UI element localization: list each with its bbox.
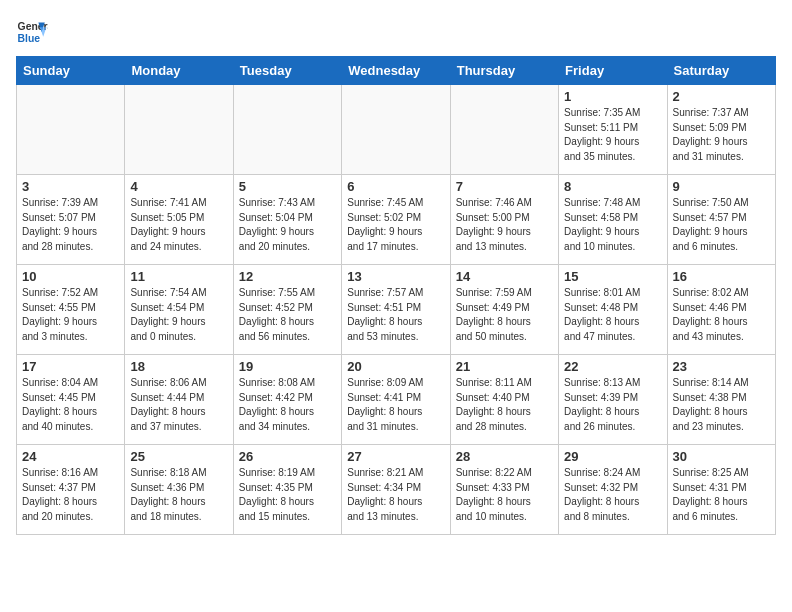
weekday-header-friday: Friday — [559, 57, 667, 85]
day-cell: 24Sunrise: 8:16 AM Sunset: 4:37 PM Dayli… — [17, 445, 125, 535]
weekday-header-row: SundayMondayTuesdayWednesdayThursdayFrid… — [17, 57, 776, 85]
day-number: 19 — [239, 359, 336, 374]
day-number: 10 — [22, 269, 119, 284]
day-number: 3 — [22, 179, 119, 194]
day-info: Sunrise: 8:22 AM Sunset: 4:33 PM Dayligh… — [456, 466, 553, 524]
day-info: Sunrise: 7:50 AM Sunset: 4:57 PM Dayligh… — [673, 196, 770, 254]
day-cell: 6Sunrise: 7:45 AM Sunset: 5:02 PM Daylig… — [342, 175, 450, 265]
day-number: 25 — [130, 449, 227, 464]
weekday-header-monday: Monday — [125, 57, 233, 85]
day-number: 21 — [456, 359, 553, 374]
day-cell: 29Sunrise: 8:24 AM Sunset: 4:32 PM Dayli… — [559, 445, 667, 535]
day-number: 30 — [673, 449, 770, 464]
day-info: Sunrise: 8:02 AM Sunset: 4:46 PM Dayligh… — [673, 286, 770, 344]
day-info: Sunrise: 8:25 AM Sunset: 4:31 PM Dayligh… — [673, 466, 770, 524]
day-cell: 25Sunrise: 8:18 AM Sunset: 4:36 PM Dayli… — [125, 445, 233, 535]
day-cell: 30Sunrise: 8:25 AM Sunset: 4:31 PM Dayli… — [667, 445, 775, 535]
day-cell: 18Sunrise: 8:06 AM Sunset: 4:44 PM Dayli… — [125, 355, 233, 445]
day-info: Sunrise: 7:57 AM Sunset: 4:51 PM Dayligh… — [347, 286, 444, 344]
day-number: 13 — [347, 269, 444, 284]
day-info: Sunrise: 8:09 AM Sunset: 4:41 PM Dayligh… — [347, 376, 444, 434]
week-row-3: 10Sunrise: 7:52 AM Sunset: 4:55 PM Dayli… — [17, 265, 776, 355]
day-number: 28 — [456, 449, 553, 464]
day-cell: 16Sunrise: 8:02 AM Sunset: 4:46 PM Dayli… — [667, 265, 775, 355]
day-cell: 21Sunrise: 8:11 AM Sunset: 4:40 PM Dayli… — [450, 355, 558, 445]
day-cell — [125, 85, 233, 175]
day-number: 26 — [239, 449, 336, 464]
day-number: 11 — [130, 269, 227, 284]
week-row-1: 1Sunrise: 7:35 AM Sunset: 5:11 PM Daylig… — [17, 85, 776, 175]
day-info: Sunrise: 8:14 AM Sunset: 4:38 PM Dayligh… — [673, 376, 770, 434]
day-cell: 12Sunrise: 7:55 AM Sunset: 4:52 PM Dayli… — [233, 265, 341, 355]
day-info: Sunrise: 7:48 AM Sunset: 4:58 PM Dayligh… — [564, 196, 661, 254]
day-info: Sunrise: 7:39 AM Sunset: 5:07 PM Dayligh… — [22, 196, 119, 254]
day-number: 27 — [347, 449, 444, 464]
day-number: 17 — [22, 359, 119, 374]
day-cell: 20Sunrise: 8:09 AM Sunset: 4:41 PM Dayli… — [342, 355, 450, 445]
day-number: 24 — [22, 449, 119, 464]
day-cell: 1Sunrise: 7:35 AM Sunset: 5:11 PM Daylig… — [559, 85, 667, 175]
day-cell: 9Sunrise: 7:50 AM Sunset: 4:57 PM Daylig… — [667, 175, 775, 265]
weekday-header-thursday: Thursday — [450, 57, 558, 85]
day-info: Sunrise: 7:43 AM Sunset: 5:04 PM Dayligh… — [239, 196, 336, 254]
day-cell: 14Sunrise: 7:59 AM Sunset: 4:49 PM Dayli… — [450, 265, 558, 355]
day-cell — [342, 85, 450, 175]
day-info: Sunrise: 8:19 AM Sunset: 4:35 PM Dayligh… — [239, 466, 336, 524]
svg-text:Blue: Blue — [18, 33, 41, 44]
day-info: Sunrise: 7:59 AM Sunset: 4:49 PM Dayligh… — [456, 286, 553, 344]
day-number: 20 — [347, 359, 444, 374]
day-number: 5 — [239, 179, 336, 194]
week-row-4: 17Sunrise: 8:04 AM Sunset: 4:45 PM Dayli… — [17, 355, 776, 445]
day-info: Sunrise: 8:18 AM Sunset: 4:36 PM Dayligh… — [130, 466, 227, 524]
day-cell — [233, 85, 341, 175]
day-info: Sunrise: 7:37 AM Sunset: 5:09 PM Dayligh… — [673, 106, 770, 164]
day-cell: 8Sunrise: 7:48 AM Sunset: 4:58 PM Daylig… — [559, 175, 667, 265]
day-cell: 7Sunrise: 7:46 AM Sunset: 5:00 PM Daylig… — [450, 175, 558, 265]
day-info: Sunrise: 7:46 AM Sunset: 5:00 PM Dayligh… — [456, 196, 553, 254]
day-cell: 17Sunrise: 8:04 AM Sunset: 4:45 PM Dayli… — [17, 355, 125, 445]
day-number: 6 — [347, 179, 444, 194]
day-number: 15 — [564, 269, 661, 284]
day-cell: 28Sunrise: 8:22 AM Sunset: 4:33 PM Dayli… — [450, 445, 558, 535]
day-info: Sunrise: 8:08 AM Sunset: 4:42 PM Dayligh… — [239, 376, 336, 434]
day-info: Sunrise: 8:11 AM Sunset: 4:40 PM Dayligh… — [456, 376, 553, 434]
weekday-header-sunday: Sunday — [17, 57, 125, 85]
day-info: Sunrise: 7:45 AM Sunset: 5:02 PM Dayligh… — [347, 196, 444, 254]
day-number: 7 — [456, 179, 553, 194]
day-number: 18 — [130, 359, 227, 374]
day-number: 22 — [564, 359, 661, 374]
week-row-5: 24Sunrise: 8:16 AM Sunset: 4:37 PM Dayli… — [17, 445, 776, 535]
day-cell: 19Sunrise: 8:08 AM Sunset: 4:42 PM Dayli… — [233, 355, 341, 445]
day-info: Sunrise: 7:55 AM Sunset: 4:52 PM Dayligh… — [239, 286, 336, 344]
day-cell: 3Sunrise: 7:39 AM Sunset: 5:07 PM Daylig… — [17, 175, 125, 265]
weekday-header-saturday: Saturday — [667, 57, 775, 85]
day-info: Sunrise: 7:41 AM Sunset: 5:05 PM Dayligh… — [130, 196, 227, 254]
day-cell: 13Sunrise: 7:57 AM Sunset: 4:51 PM Dayli… — [342, 265, 450, 355]
day-info: Sunrise: 8:13 AM Sunset: 4:39 PM Dayligh… — [564, 376, 661, 434]
day-number: 9 — [673, 179, 770, 194]
day-info: Sunrise: 8:04 AM Sunset: 4:45 PM Dayligh… — [22, 376, 119, 434]
day-number: 2 — [673, 89, 770, 104]
logo-icon: General Blue — [16, 16, 48, 48]
day-cell — [17, 85, 125, 175]
week-row-2: 3Sunrise: 7:39 AM Sunset: 5:07 PM Daylig… — [17, 175, 776, 265]
day-cell — [450, 85, 558, 175]
day-info: Sunrise: 8:16 AM Sunset: 4:37 PM Dayligh… — [22, 466, 119, 524]
day-cell: 2Sunrise: 7:37 AM Sunset: 5:09 PM Daylig… — [667, 85, 775, 175]
day-number: 23 — [673, 359, 770, 374]
day-cell: 23Sunrise: 8:14 AM Sunset: 4:38 PM Dayli… — [667, 355, 775, 445]
day-cell: 4Sunrise: 7:41 AM Sunset: 5:05 PM Daylig… — [125, 175, 233, 265]
day-info: Sunrise: 8:24 AM Sunset: 4:32 PM Dayligh… — [564, 466, 661, 524]
day-info: Sunrise: 8:06 AM Sunset: 4:44 PM Dayligh… — [130, 376, 227, 434]
day-number: 14 — [456, 269, 553, 284]
day-info: Sunrise: 7:35 AM Sunset: 5:11 PM Dayligh… — [564, 106, 661, 164]
logo: General Blue — [16, 16, 48, 48]
day-info: Sunrise: 8:21 AM Sunset: 4:34 PM Dayligh… — [347, 466, 444, 524]
calendar-table: SundayMondayTuesdayWednesdayThursdayFrid… — [16, 56, 776, 535]
day-number: 1 — [564, 89, 661, 104]
day-cell: 11Sunrise: 7:54 AM Sunset: 4:54 PM Dayli… — [125, 265, 233, 355]
page-header: General Blue — [16, 16, 776, 48]
weekday-header-tuesday: Tuesday — [233, 57, 341, 85]
day-cell: 15Sunrise: 8:01 AM Sunset: 4:48 PM Dayli… — [559, 265, 667, 355]
day-cell: 5Sunrise: 7:43 AM Sunset: 5:04 PM Daylig… — [233, 175, 341, 265]
